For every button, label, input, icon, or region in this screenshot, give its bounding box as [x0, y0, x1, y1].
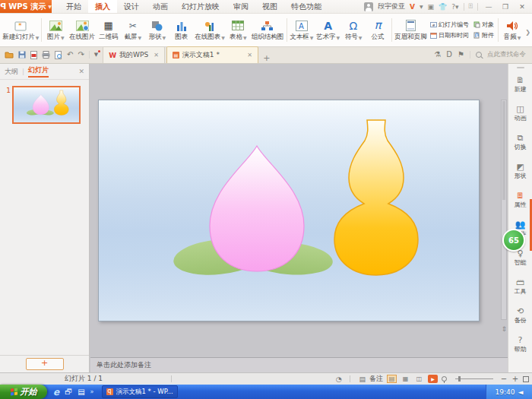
sidebar-item-shapes[interactable]: ◩ 形状 — [508, 157, 532, 185]
new-tab-button[interactable]: + — [260, 53, 274, 63]
slide-number-button[interactable]: # 幻灯片编号 — [430, 21, 469, 29]
tray-clock[interactable]: 19:40 — [496, 388, 515, 396]
table-button[interactable]: 表格▼ — [226, 14, 250, 46]
play-slideshow-button[interactable]: ▶ — [428, 375, 438, 383]
slide-thumbnail-row[interactable]: 1 — [3, 86, 86, 124]
chevron-icon[interactable]: ◄ — [518, 388, 524, 396]
show-desktop-icon[interactable]: 🗗 — [65, 388, 72, 396]
tab-view[interactable]: 视图 — [255, 0, 284, 13]
share-icon[interactable]: ⚗ — [434, 51, 441, 59]
sidebar-item-new[interactable]: 🗎 新建 — [508, 70, 532, 99]
sidebar-item-animation[interactable]: ◫ 动画 — [508, 99, 532, 128]
outline-tab[interactable]: 大纲 — [5, 67, 18, 77]
picture-button[interactable]: 图片▼ — [43, 14, 68, 46]
add-slide-button[interactable]: + — [26, 358, 64, 370]
qrcode-button[interactable]: ▦ 二维码 — [97, 14, 121, 46]
user-name[interactable]: 段宇俊亚 — [378, 2, 405, 11]
zoom-in-button[interactable]: + — [511, 375, 519, 383]
export-pdf-icon[interactable] — [30, 51, 37, 59]
new-slide-button[interactable]: ✶ 新建幻灯片▼ — [2, 14, 40, 46]
start-button[interactable]: 开始 — [0, 385, 47, 399]
help-icon[interactable]: ?▾ — [451, 3, 458, 11]
peach-shape[interactable] — [210, 146, 304, 271]
print-preview-icon[interactable] — [55, 51, 62, 59]
sidebar-collapse-handle[interactable] — [517, 67, 524, 68]
header-footer-button[interactable]: 页眉和页脚 — [394, 14, 428, 46]
normal-view-button[interactable]: ▤ — [387, 375, 397, 383]
zoom-out-button[interactable]: − — [500, 375, 508, 383]
tab-design[interactable]: 设计 — [117, 0, 146, 13]
internet-explorer-icon[interactable]: e — [53, 387, 59, 397]
fit-slide-button[interactable] — [523, 376, 529, 382]
close-button[interactable]: ✕ — [516, 3, 528, 11]
member-badge[interactable]: 65 — [502, 229, 525, 252]
symbol-button[interactable]: Ω 符号▼ — [341, 14, 366, 46]
sidebar-item-help[interactable]: ? 帮助 — [508, 330, 532, 359]
close-icon[interactable]: ✕ — [78, 68, 84, 75]
formula-button[interactable]: π 公式 — [366, 14, 390, 46]
open-icon[interactable] — [5, 51, 14, 59]
save-icon[interactable] — [18, 51, 26, 59]
restore-button[interactable]: ❐ — [499, 3, 511, 11]
tab-slideshow[interactable]: 幻灯片放映 — [175, 0, 226, 13]
reading-view-button[interactable]: ◫ — [414, 375, 424, 383]
minimize-button[interactable]: — — [483, 3, 495, 11]
sidebar-item-tools[interactable]: 🗃 工具 — [508, 272, 532, 301]
online-picture-button[interactable]: 在线图片 — [68, 14, 96, 46]
datetime-button[interactable]: 日期和时间 — [430, 31, 469, 40]
tab-animation[interactable]: 动画 — [146, 0, 175, 13]
slideshow-settings-icon[interactable] — [442, 376, 447, 382]
doc-tab-my-wps[interactable]: W 我的WPS ✕ — [103, 46, 165, 63]
tab-home[interactable]: 开始 — [59, 0, 88, 13]
taskbar-task-presentation1[interactable]: ꟼ 演示文稿1 * - WP... — [102, 385, 178, 398]
notes-area[interactable]: 单击此处添加备注 — [90, 357, 508, 372]
notes-toggle[interactable]: 备注 — [369, 374, 383, 384]
notes-splitter-icon[interactable]: ⇕ — [501, 325, 507, 333]
sidebar-item-transition[interactable]: ⧉ 切换 — [508, 128, 532, 157]
tab-special-features[interactable]: 特色功能 — [284, 0, 328, 13]
tab-review[interactable]: 审阅 — [226, 0, 255, 13]
vertical-scrollbar[interactable] — [501, 100, 507, 320]
chart-button[interactable]: 图表 — [169, 14, 194, 46]
undo-icon[interactable]: ↶ — [67, 51, 73, 59]
redo-icon[interactable]: ↷ — [78, 51, 84, 59]
doc-tab-presentation1[interactable]: ▤ 演示文稿1 * ✕ — [166, 46, 258, 63]
zoom-slider-knob[interactable] — [458, 376, 461, 382]
close-icon[interactable]: ✕ — [154, 52, 159, 59]
slide-sorter-button[interactable]: ▦ — [401, 375, 410, 383]
chevron-down-icon[interactable]: ▼ — [420, 4, 423, 9]
slide-thumbnail[interactable] — [12, 86, 81, 124]
scrollbar-thumb[interactable] — [502, 101, 505, 200]
screenshot-button[interactable]: ✂ 截屏▼ — [121, 14, 145, 46]
textbox-button[interactable]: A 文本框▼ — [288, 14, 315, 46]
online-chart-button[interactable]: 在线图表▼ — [194, 14, 226, 46]
gourd-shape[interactable] — [334, 120, 418, 275]
object-button[interactable]: 对象 — [473, 21, 494, 29]
skin-icon[interactable]: 👕 — [439, 3, 447, 11]
user-avatar[interactable] — [364, 2, 373, 11]
shapes-button[interactable]: 形状▼ — [145, 14, 169, 46]
feedback-icon[interactable]: ⚑ — [458, 51, 464, 59]
attachment-button[interactable]: 附件 — [473, 31, 494, 40]
audio-button[interactable]: 音频▼ — [500, 14, 524, 46]
sidebar-item-backup[interactable]: ⟲ 备份 — [508, 301, 532, 330]
tab-insert[interactable]: 插入 — [88, 0, 117, 13]
slide-canvas[interactable] — [98, 100, 480, 321]
slides-tab[interactable]: 幻灯片 — [28, 65, 49, 78]
docer-icon[interactable]: D — [446, 51, 452, 59]
chevron-right-icon[interactable]: » — [90, 388, 94, 395]
print-icon[interactable] — [42, 51, 50, 59]
collapse-ribbon-icon[interactable]: ⍐ — [469, 2, 473, 11]
command-search-input[interactable]: 点此查找命令 — [487, 50, 526, 59]
wordart-button[interactable]: A 艺术字▼ — [315, 14, 341, 46]
ribbon-expand-icon[interactable]: ❯ — [525, 29, 530, 36]
customize-toolbar-icon[interactable]: ▼ — [94, 52, 98, 58]
wps-logo-menu[interactable]: ꟼ WPS 演示 ▼ — [0, 0, 52, 13]
media-player-icon[interactable]: ▤ — [78, 388, 84, 396]
zoom-slider[interactable] — [455, 378, 493, 379]
message-icon[interactable]: ▣ — [428, 3, 435, 11]
history-icon[interactable]: ◔ — [336, 375, 342, 383]
sidebar-item-properties[interactable]: 🗏 属性 — [508, 185, 532, 214]
notes-icon[interactable]: ▤ — [359, 375, 366, 383]
org-chart-button[interactable]: 组织结构图 — [250, 14, 284, 46]
